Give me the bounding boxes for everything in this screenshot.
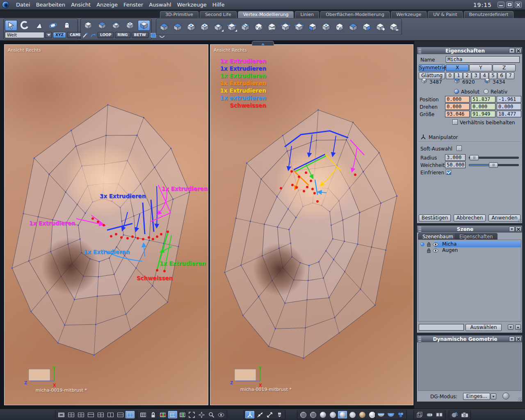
bridge-button[interactable] [306, 22, 319, 32]
size-z-input[interactable]: 18.477 [497, 111, 521, 117]
viewport-left[interactable]: Ansicht Rechts 1x Extrudieren 3x Extrudi… [4, 44, 208, 405]
split-faces-button[interactable] [279, 22, 292, 32]
tab-uv-paint[interactable]: UV & Paint [428, 11, 462, 18]
panel-close-button[interactable] [516, 336, 521, 342]
rotate-face-button[interactable] [347, 22, 359, 32]
name-input[interactable]: Micha [446, 56, 520, 63]
tab-3d-primitive[interactable]: 3D-Primitive [160, 11, 199, 18]
display-textured-button[interactable] [358, 411, 367, 418]
maximize-button[interactable] [506, 2, 513, 8]
layout-split-h-button[interactable] [116, 411, 125, 418]
display-wire-button[interactable] [299, 411, 308, 418]
select-vertices-button[interactable] [82, 20, 94, 31]
grid-lock-button[interactable] [148, 411, 158, 418]
position-x-input[interactable]: 0.000 [445, 96, 470, 103]
select-tool-button[interactable] [5, 20, 17, 31]
scene-panel-header[interactable]: Szene [417, 226, 522, 233]
panel-close-button[interactable] [516, 48, 521, 53]
confirm-button[interactable]: Bestätigen [419, 215, 451, 221]
panel-menu-button[interactable] [509, 336, 515, 342]
radius-input[interactable]: 3.000 [445, 154, 466, 161]
grid-xz-button[interactable] [158, 411, 167, 418]
smoothing-0-button[interactable]: 0 [446, 72, 454, 79]
dg-sphere-button[interactable] [502, 393, 509, 399]
select-faces-button[interactable] [124, 20, 136, 31]
vertex-edit-button[interactable] [226, 22, 238, 32]
display-wire-shaded-button[interactable] [328, 411, 337, 418]
rotation-z-input[interactable]: 0.000 [497, 103, 521, 110]
layout-quad-button[interactable] [66, 411, 75, 418]
minimize-button[interactable] [498, 2, 504, 8]
dg-mode-dropdown[interactable]: Einges... [463, 393, 490, 400]
softness-slider-knob[interactable] [489, 162, 498, 168]
mirror-button[interactable] [333, 22, 346, 32]
scroll-down-button[interactable] [508, 324, 514, 330]
smoothing-3-button[interactable]: 3 [472, 72, 480, 79]
wire-cube-button[interactable] [415, 411, 424, 418]
properties-panel-header[interactable]: Eigenschaften [417, 47, 522, 54]
scale-tool-button[interactable] [33, 20, 45, 31]
close-button[interactable] [515, 2, 522, 8]
light-button[interactable] [450, 411, 459, 418]
menu-anzeige[interactable]: Anzeige [94, 1, 121, 9]
menu-datei[interactable]: Datei [13, 1, 33, 9]
weld-points-button[interactable] [293, 22, 305, 32]
manipulator-move-button[interactable] [255, 411, 264, 418]
panel-menu-button[interactable] [509, 48, 515, 53]
menu-hilfe[interactable]: Hilfe [210, 1, 228, 9]
rotate-tool-button[interactable] [19, 20, 31, 31]
paint-select-button[interactable] [82, 32, 89, 38]
panel-resize-grip[interactable] [518, 397, 522, 401]
menu-auswahl[interactable]: Auswahl [146, 1, 174, 9]
tab-scene-tree[interactable]: Szenenbaum [418, 233, 458, 240]
smoothing-7-button[interactable]: 7 [506, 72, 514, 79]
zoom-region-button[interactable] [207, 411, 216, 418]
radius-slider[interactable] [469, 157, 519, 159]
pan-view-button[interactable] [197, 411, 206, 418]
freeze-checkbox[interactable] [446, 169, 451, 175]
display-smooth-button[interactable] [338, 411, 347, 418]
apply-button[interactable]: Anwenden [488, 215, 520, 221]
look-at-button[interactable] [217, 411, 226, 418]
keep-ratio-checkbox[interactable] [452, 119, 458, 125]
softness-input[interactable]: 50.000 [445, 162, 466, 168]
panel-resize-grip[interactable] [518, 219, 522, 223]
manipulator-extrude-button[interactable] [275, 411, 284, 418]
tab-linien[interactable]: Linien [295, 11, 319, 18]
face-move-button[interactable] [253, 22, 265, 32]
dg-mode-dropdown-arrow[interactable] [491, 393, 496, 399]
menu-werkzeuge[interactable]: Werkzeuge [174, 1, 210, 9]
tab-scene-properties[interactable]: Eigenschaften [455, 233, 498, 240]
cancel-button[interactable]: Abbrechen [454, 215, 486, 221]
tab-benutzerdefiniert[interactable]: Benutzerdefiniert [464, 11, 514, 18]
eye-icon[interactable] [433, 249, 438, 253]
menu-bearbeiten[interactable]: Bearbeiten [33, 1, 68, 9]
layout-three-left-button[interactable] [96, 411, 105, 418]
subdiv-minus-button[interactable] [388, 22, 400, 32]
manipulator-tripod-button[interactable] [245, 411, 254, 418]
inset-button[interactable] [199, 22, 211, 32]
layout-three-top-button[interactable] [76, 411, 85, 418]
size-y-input[interactable]: 91.949 [471, 111, 495, 117]
symmetry-z-button[interactable]: Z [493, 64, 516, 71]
viewport-right[interactable]: Ansicht Rechts 1x Extrudieren 1x Extrudi… [210, 44, 413, 405]
radius-slider-knob[interactable] [470, 155, 479, 160]
lock-icon[interactable] [427, 242, 431, 247]
display-flat-button[interactable] [318, 411, 327, 418]
fit-view-button[interactable] [187, 411, 196, 418]
manipulator-scale-button[interactable] [265, 411, 274, 418]
subdiv-plus-button[interactable] [374, 22, 386, 32]
rotation-y-input[interactable]: 0.000 [471, 103, 495, 110]
drag-handle-icon[interactable] [418, 336, 421, 342]
smoothing-6-button[interactable]: 6 [498, 72, 506, 79]
smooth-select-button[interactable] [90, 32, 96, 38]
lock-icon[interactable] [427, 248, 431, 253]
grid-edit-button[interactable] [139, 411, 148, 418]
layout-split-top-button[interactable] [86, 411, 95, 418]
cage-points-button[interactable] [396, 411, 405, 418]
space-selector[interactable]: Welt [5, 32, 44, 38]
extrude-face-button[interactable] [158, 22, 170, 32]
tab-oberflaechen-modellierung[interactable]: Oberflächen-Modellierung [320, 11, 390, 18]
edge-crease-button[interactable] [239, 22, 251, 32]
scene-item-micha[interactable]: Micha [418, 241, 521, 247]
